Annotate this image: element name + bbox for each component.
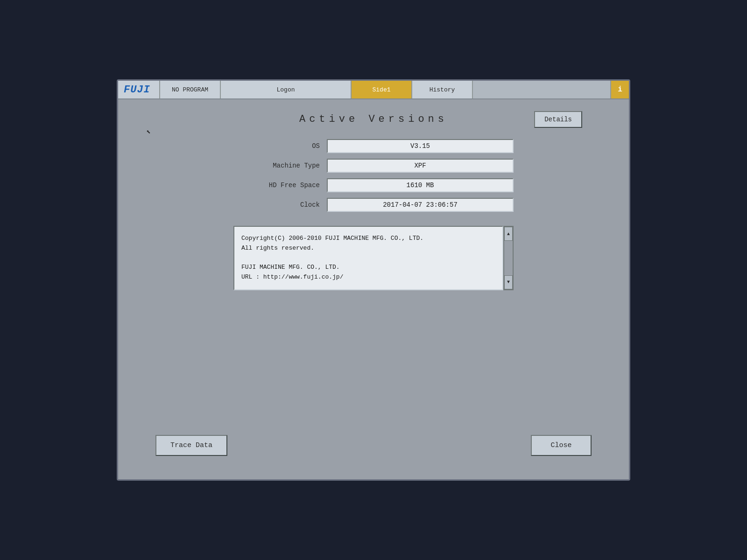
active-versions-title: Active Versions [299,113,448,125]
hd-free-space-value: 1610 MB [327,178,514,192]
copyright-line-2: All rights reserved. [241,245,314,252]
scrollbar: ▲ ▼ [503,226,514,290]
logo-text: FUJI [124,84,150,96]
nav-bar: FUJI NO PROGRAM Logon Side1 History i [118,81,629,99]
cursor: ⬉ [146,127,151,137]
copyright-line-5: URL : http://www.fuji.co.jp/ [241,273,343,280]
os-label: OS [233,142,327,150]
clock-label: Clock [233,201,327,209]
scroll-down-button[interactable]: ▼ [504,275,513,289]
hd-free-space-row: HD Free Space 1610 MB [233,178,514,192]
machine-type-row: Machine Type XPF [233,159,514,173]
info-button[interactable]: i [610,81,629,98]
bottom-bar: Trace Data Close [137,435,610,465]
copyright-line-4: FUJI MACHINE MFG. CO., LTD. [241,264,340,271]
scroll-up-button[interactable]: ▲ [504,227,513,241]
monitor-frame: FUJI NO PROGRAM Logon Side1 History i ⬉ … [117,79,630,481]
tab-logon[interactable]: Logon [221,81,352,98]
clock-row: Clock 2017-04-07 23:06:57 [233,198,514,212]
copyright-box-wrapper: Copyright(C) 2006-2010 FUJI MACHINE MFG.… [233,226,514,290]
tab-no-program[interactable]: NO PROGRAM [160,81,221,98]
tab-history[interactable]: History [412,81,473,98]
tab-side1[interactable]: Side1 [352,81,412,98]
close-button[interactable]: Close [531,435,592,456]
clock-value: 2017-04-07 23:06:57 [327,198,514,212]
machine-type-label: Machine Type [233,162,327,169]
trace-data-button[interactable]: Trace Data [155,435,227,456]
copyright-section: Copyright(C) 2006-2010 FUJI MACHINE MFG.… [137,226,610,290]
scroll-track [504,241,513,275]
copyright-text: Copyright(C) 2006-2010 FUJI MACHINE MFG.… [233,226,503,290]
active-versions-header: Active Versions Details [137,113,610,125]
os-value: V3.15 [327,139,514,153]
details-button[interactable]: Details [534,111,582,128]
hd-free-space-label: HD Free Space [233,182,327,189]
content-area: ⬉ Active Versions Details OS V3.15 Machi… [118,99,629,479]
info-section: OS V3.15 Machine Type XPF HD Free Space … [137,139,610,212]
os-row: OS V3.15 [233,139,514,153]
copyright-line-1: Copyright(C) 2006-2010 FUJI MACHINE MFG.… [241,235,423,242]
logo: FUJI [118,81,160,98]
machine-type-value: XPF [327,159,514,173]
